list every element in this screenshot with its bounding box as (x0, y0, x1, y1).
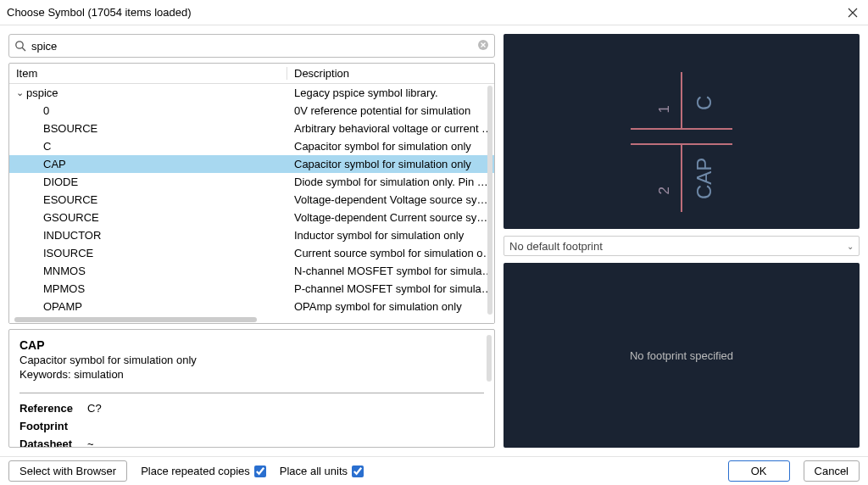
symbol-row[interactable]: OPAMPOPAmp symbol for simulation only (9, 298, 494, 315)
close-icon (848, 8, 858, 18)
detail-keywords: Keywords: simulation (19, 368, 484, 381)
tree-header: Item Description (9, 64, 494, 84)
symbol-description: Voltage-dependent Voltage source symbo (287, 193, 494, 206)
symbol-row[interactable]: CCapacitor symbol for simulation only (9, 137, 494, 155)
place-all-units-checkbox[interactable]: Place all units (280, 465, 364, 477)
footprint-dropdown-text: No default footprint (509, 240, 603, 253)
symbol-row[interactable]: GSOURCEVoltage-dependent Current source … (9, 209, 494, 226)
reference-label: Reference (19, 402, 87, 415)
symbol-description: Diode symbol for simulation only. Pin or… (287, 176, 494, 188)
symbol-name: MPMOS (9, 282, 287, 295)
close-button[interactable] (844, 4, 861, 21)
reference-value: C? (87, 402, 102, 415)
symbol-row[interactable]: ESOURCEVoltage-dependent Voltage source … (9, 191, 494, 209)
symbol-name: DIODE (9, 176, 287, 188)
symbol-preview: 1 2 C CAP (504, 34, 860, 229)
symbol-name: 0 (9, 104, 287, 117)
footprint-preview: No footprint specified (504, 263, 860, 448)
detail-separator (19, 393, 484, 393)
svg-text:CAP: CAP (693, 158, 715, 199)
library-name: pspice (26, 86, 58, 99)
tree-vertical-scrollbar[interactable] (487, 86, 492, 315)
symbol-description: Capacitor symbol for simulation only (287, 140, 494, 153)
symbol-name: OPAMP (9, 300, 287, 313)
symbol-name: BSOURCE (9, 122, 287, 135)
bottom-bar: Select with Browser Place repeated copie… (0, 456, 868, 485)
library-description: Legacy pspice symbol library. (287, 86, 494, 99)
symbol-name: GSOURCE (9, 211, 287, 224)
tree-body[interactable]: ⌄pspiceLegacy pspice symbol library.00V … (9, 84, 494, 316)
place-repeated-checkbox[interactable]: Place repeated copies (141, 465, 266, 477)
symbol-description: 0V reference potential for simulation (287, 104, 494, 117)
window-title: Choose Symbol (17054 items loaded) (7, 6, 844, 19)
symbol-row[interactable]: CAPCapacitor symbol for simulation only (9, 155, 494, 173)
symbol-row[interactable]: INDUCTORInductor symbol for simulation o… (9, 226, 494, 244)
symbol-name: ESOURCE (9, 193, 287, 206)
symbol-description: OPAmp symbol for simulation only (287, 300, 494, 313)
symbol-description: Voltage-dependent Current source symbo (287, 211, 494, 224)
svg-text:C: C (693, 96, 715, 110)
symbol-row[interactable]: DIODEDiode symbol for simulation only. P… (9, 173, 494, 191)
select-with-browser-button[interactable]: Select with Browser (8, 460, 127, 482)
symbol-description: Arbitrary behavioral voltage or current … (287, 122, 494, 135)
symbol-name: C (9, 140, 287, 153)
place-repeated-input[interactable] (254, 465, 266, 477)
place-all-units-input[interactable] (352, 465, 364, 477)
symbol-description: N-channel MOSFET symbol for simulation (287, 265, 494, 277)
symbol-row[interactable]: 00V reference potential for simulation (9, 102, 494, 120)
detail-description: Capacitor symbol for simulation only (19, 354, 484, 366)
library-row[interactable]: ⌄pspiceLegacy pspice symbol library. (9, 84, 494, 102)
tree-horizontal-scrollbar-track[interactable] (9, 316, 494, 323)
search-input[interactable] (31, 40, 472, 53)
symbol-description: Capacitor symbol for simulation only (287, 158, 494, 170)
symbol-description: Current source symbol for simulation onl… (287, 247, 494, 259)
chevron-down-icon: ⌄ (847, 242, 854, 251)
cancel-button[interactable]: Cancel (804, 460, 860, 482)
footprint-label: Footprint (19, 420, 87, 432)
tree-horizontal-scrollbar-thumb[interactable] (14, 317, 257, 322)
detail-scrollbar[interactable] (487, 335, 492, 382)
titlebar: Choose Symbol (17054 items loaded) (0, 0, 868, 25)
expander-icon[interactable]: ⌄ (13, 87, 26, 98)
symbol-row[interactable]: BSOURCEArbitrary behavioral voltage or c… (9, 120, 494, 137)
symbol-row[interactable]: ISOURCECurrent source symbol for simulat… (9, 244, 494, 262)
svg-text:2: 2 (656, 187, 672, 194)
symbol-name: ISOURCE (9, 247, 287, 259)
symbol-tree: Item Description ⌄pspiceLegacy pspice sy… (8, 63, 495, 324)
svg-point-0 (16, 42, 23, 48)
ok-button[interactable]: OK (728, 460, 790, 482)
detail-name: CAP (19, 338, 484, 352)
symbol-name: INDUCTOR (9, 229, 287, 242)
datasheet-label: Datasheet (19, 438, 87, 448)
footprint-preview-text: No footprint specified (630, 349, 733, 362)
column-header-description[interactable]: Description (287, 67, 494, 80)
symbol-row[interactable]: MNMOSN-channel MOSFET symbol for simulat… (9, 262, 494, 280)
symbol-row[interactable]: MPMOSP-channel MOSFET symbol for simulat… (9, 280, 494, 298)
detail-panel: CAP Capacitor symbol for simulation only… (8, 329, 495, 448)
svg-text:1: 1 (656, 105, 672, 113)
column-header-item[interactable]: Item (9, 67, 287, 80)
symbol-name: MNMOS (9, 265, 287, 277)
symbol-description: Inductor symbol for simulation only (287, 229, 494, 242)
search-icon (14, 40, 26, 52)
clear-search-icon[interactable] (477, 39, 489, 53)
symbol-description: P-channel MOSFET symbol for simulation o (287, 282, 494, 295)
footprint-dropdown[interactable]: No default footprint ⌄ (504, 236, 860, 256)
datasheet-value: ~ (87, 438, 94, 448)
search-field[interactable] (8, 34, 495, 58)
svg-line-1 (22, 47, 25, 51)
symbol-name: CAP (9, 158, 287, 170)
